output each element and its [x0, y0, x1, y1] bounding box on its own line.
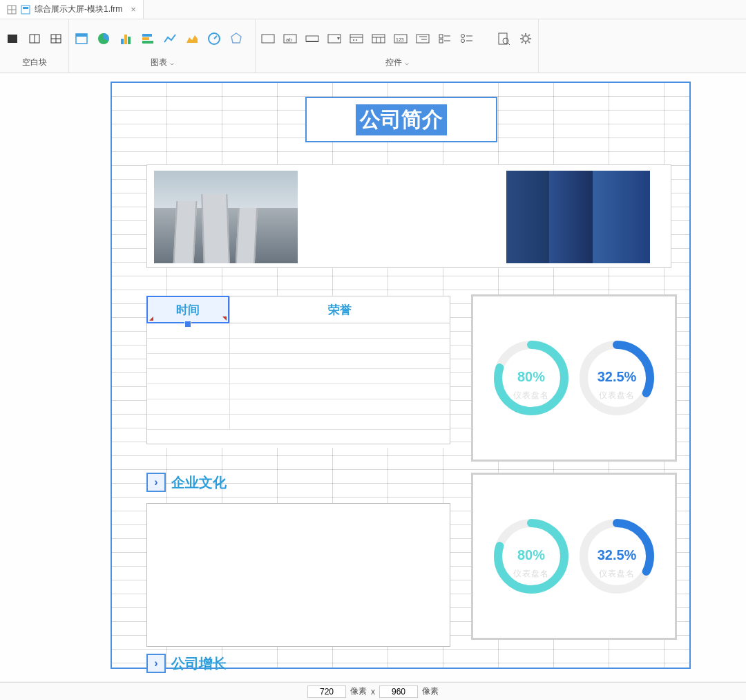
- height-input[interactable]: [379, 685, 418, 698]
- width-input[interactable]: [307, 685, 346, 698]
- image-placeholder-office[interactable]: [506, 171, 650, 263]
- label-control-icon[interactable]: [261, 32, 275, 46]
- close-icon[interactable]: ×: [131, 4, 136, 15]
- chevron-down-icon[interactable]: ⌵: [170, 59, 174, 66]
- svg-rect-27: [306, 36, 318, 41]
- status-bar: 像素 x 像素: [0, 682, 746, 700]
- gauge-subtitle: 仪表盘名: [513, 390, 549, 401]
- radar-chart-icon[interactable]: [229, 32, 243, 46]
- pie-chart-icon[interactable]: [97, 32, 111, 46]
- section-growth[interactable]: › 公司增长: [146, 654, 227, 673]
- table-header-honor[interactable]: 荣誉: [229, 296, 450, 323]
- table-body[interactable]: [146, 323, 450, 444]
- block-grid-icon[interactable]: [49, 32, 63, 46]
- image-placeholder-buildings[interactable]: [154, 171, 298, 263]
- svg-point-50: [461, 39, 465, 43]
- table-row[interactable]: [147, 339, 450, 354]
- svg-rect-44: [439, 35, 443, 38]
- tree-control-icon[interactable]: [416, 32, 430, 46]
- gauge-left: 80% 仪表盘名: [490, 337, 573, 419]
- line-chart-icon[interactable]: [163, 32, 177, 46]
- toolbar-group-control: ab 123 控件⌵: [256, 19, 539, 73]
- form-grid[interactable]: 公司简介 时间 荣誉: [111, 82, 691, 669]
- page-title: 公司简介: [356, 104, 447, 135]
- gauge-right: 32.5% 仪表盘名: [575, 337, 658, 419]
- triangle-icon: [222, 316, 227, 321]
- gauge-value: 80%: [517, 547, 545, 562]
- svg-line-62: [522, 41, 523, 43]
- gauge-value: 80%: [517, 368, 545, 384]
- text-control-icon[interactable]: ab: [283, 32, 297, 46]
- table-row[interactable]: [147, 415, 450, 430]
- block-solid-icon[interactable]: [6, 32, 19, 46]
- svg-line-63: [528, 35, 530, 36]
- toolbar: 空白块 图表⌵ ab 123: [0, 19, 746, 73]
- svg-rect-35: [372, 35, 385, 43]
- design-canvas[interactable]: 公司简介 时间 荣誉: [0, 73, 746, 681]
- title-block[interactable]: 公司简介: [305, 97, 497, 142]
- toolbar-label-chart[interactable]: 图表: [151, 57, 167, 68]
- svg-point-34: [356, 39, 357, 41]
- svg-rect-3: [21, 6, 30, 14]
- block-split-icon[interactable]: [28, 32, 41, 46]
- toolbar-group-chart: 图表⌵: [69, 19, 256, 73]
- file-tab[interactable]: 综合展示大屏-模块1.frm ×: [0, 0, 144, 19]
- svg-rect-5: [8, 35, 17, 43]
- svg-text:123: 123: [396, 37, 404, 42]
- svg-rect-14: [121, 39, 124, 44]
- svg-point-55: [523, 36, 528, 41]
- svg-line-54: [508, 43, 510, 45]
- table-row[interactable]: [147, 399, 450, 415]
- hbar-chart-icon[interactable]: [141, 32, 155, 46]
- chevron-down-icon[interactable]: ⌵: [405, 59, 409, 66]
- svg-rect-52: [499, 33, 507, 44]
- svg-line-61: [528, 41, 530, 43]
- svg-rect-46: [439, 39, 443, 43]
- table-header-time[interactable]: 时间: [146, 296, 229, 323]
- tab-bar: 综合展示大屏-模块1.frm ×: [0, 0, 746, 19]
- svg-marker-20: [186, 35, 198, 43]
- tab-title: 综合展示大屏-模块1.frm: [35, 3, 122, 15]
- button-control-icon[interactable]: [305, 32, 319, 46]
- gauge-chart-icon[interactable]: [207, 32, 221, 46]
- table-chart-icon[interactable]: [75, 32, 88, 46]
- table-row[interactable]: [147, 369, 450, 384]
- chevron-right-icon: ›: [146, 473, 166, 492]
- gauge-subtitle: 仪表盘名: [599, 390, 635, 401]
- area-chart-icon[interactable]: [185, 32, 199, 46]
- svg-rect-17: [142, 34, 152, 37]
- svg-rect-41: [417, 35, 429, 43]
- form-icon: [21, 5, 30, 15]
- table-row[interactable]: [147, 354, 450, 369]
- toolbar-label-control[interactable]: 控件: [385, 57, 402, 68]
- preview-icon[interactable]: [497, 32, 510, 46]
- check-control-icon[interactable]: [438, 32, 452, 46]
- image-row[interactable]: [146, 164, 671, 268]
- table-row[interactable]: [147, 323, 450, 339]
- number-control-icon[interactable]: 123: [394, 32, 408, 46]
- table-row[interactable]: [147, 384, 450, 399]
- svg-point-33: [353, 39, 354, 41]
- bar-chart-icon[interactable]: [119, 32, 133, 46]
- section-culture[interactable]: › 企业文化: [146, 473, 227, 492]
- chevron-right-icon: ›: [146, 654, 166, 673]
- unit-label: 像素: [422, 685, 439, 697]
- section-label: 企业文化: [171, 473, 227, 492]
- gauge-card-1[interactable]: 80% 仪表盘名 32.5% 仪表盘名: [471, 294, 677, 462]
- svg-rect-24: [262, 35, 274, 43]
- calendar-control-icon[interactable]: [372, 32, 385, 46]
- toolbar-group-blank: 空白块: [0, 19, 69, 73]
- gauge-value: 32.5%: [597, 547, 637, 562]
- date-control-icon[interactable]: [350, 32, 363, 46]
- toolbar-label-blank: 空白块: [6, 54, 63, 73]
- gauge-card-2[interactable]: 80% 仪表盘名 32.5% 仪表盘名: [471, 473, 677, 640]
- honor-table[interactable]: 时间 荣誉: [146, 296, 450, 448]
- radio-control-icon[interactable]: [460, 32, 474, 46]
- gauge-subtitle: 仪表盘名: [513, 568, 549, 580]
- dropdown-control-icon[interactable]: [327, 32, 341, 46]
- gauge-value: 32.5%: [597, 368, 637, 384]
- svg-marker-23: [231, 33, 241, 43]
- gauge-left: 80% 仪表盘名: [490, 515, 573, 598]
- gear-icon[interactable]: [519, 32, 533, 46]
- textarea-block[interactable]: [146, 503, 450, 647]
